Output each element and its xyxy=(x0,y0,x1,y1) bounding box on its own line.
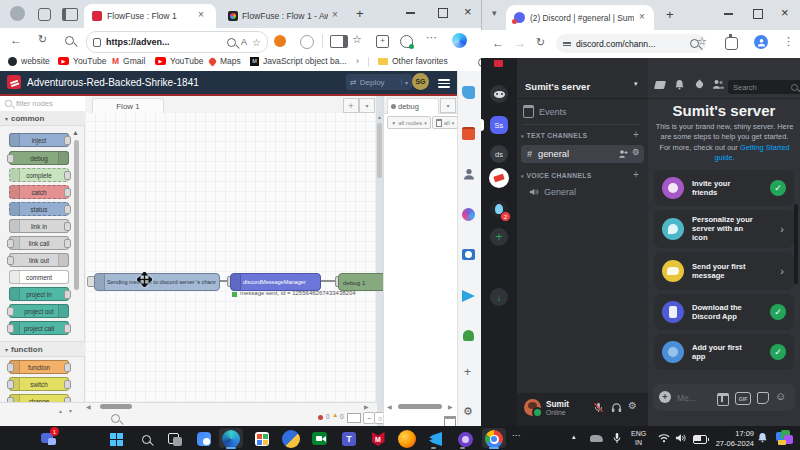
sidebar-shopping-icon[interactable] xyxy=(462,127,475,140)
navigator-icon[interactable] xyxy=(347,413,361,423)
palette-node-function[interactable]: function xyxy=(9,360,69,374)
gift-icon[interactable] xyxy=(717,393,729,406)
mic-muted-icon[interactable] xyxy=(592,401,604,413)
debug-h-scroll-right-icon[interactable]: ▶ xyxy=(448,403,453,410)
sidebar-tag-icon[interactable] xyxy=(462,86,475,99)
message-input-bar[interactable]: + Me... GIF ☺ xyxy=(653,384,795,411)
tab-search-caret-icon[interactable]: ▾ xyxy=(492,8,497,18)
download-apps-icon[interactable]: ↓ xyxy=(490,288,508,306)
sidebar-telegram-icon[interactable] xyxy=(462,290,475,302)
sidebar-outlook-icon[interactable] xyxy=(462,249,475,260)
browser-essentials-icon[interactable] xyxy=(400,35,413,48)
chrome-tab[interactable]: (2) Discord | #general | Sumit's × xyxy=(506,5,654,30)
user-avatar[interactable] xyxy=(524,399,541,416)
reload-icon[interactable]: ↻ xyxy=(38,33,47,46)
canvas-grid[interactable] xyxy=(85,113,376,402)
card-add-app[interactable]: Add your first app ✓ xyxy=(654,334,794,370)
palette-node-link-out[interactable]: link out xyxy=(9,253,69,267)
search-input[interactable]: Search xyxy=(728,80,800,94)
palette-node-complete[interactable]: complete xyxy=(9,168,69,182)
palette-node-status[interactable]: status xyxy=(9,202,69,216)
add-text-channel-icon[interactable]: + xyxy=(633,129,639,140)
favorites-overflow-icon[interactable]: › xyxy=(356,56,359,66)
palette-node-project-call[interactable]: project call xyxy=(9,321,69,335)
text-channels-header[interactable]: ▾ TEXT CHANNELS xyxy=(521,132,587,139)
new-tab-icon[interactable]: + xyxy=(666,7,674,22)
voice-channel-general[interactable]: General xyxy=(529,187,576,197)
tray-mic-icon[interactable] xyxy=(612,432,622,444)
task-view-icon[interactable] xyxy=(166,430,184,448)
voice-channels-header[interactable]: ▾ VOICE CHANNELS xyxy=(521,172,592,179)
add-server-icon[interactable]: + xyxy=(490,228,508,246)
server-icon-ds[interactable]: ds xyxy=(490,145,508,163)
reload-icon[interactable]: ↻ xyxy=(536,36,545,49)
forward-icon[interactable]: → xyxy=(514,36,526,50)
favorite-maps[interactable]: Maps xyxy=(209,56,241,66)
canvas-v-scrollbar[interactable] xyxy=(377,123,382,178)
mcafee-icon[interactable]: M xyxy=(369,430,387,448)
tab-close-icon[interactable]: × xyxy=(332,9,338,20)
server-menu-caret-icon[interactable]: ▾ xyxy=(634,80,638,88)
extension-icon[interactable] xyxy=(300,35,314,49)
gif-icon[interactable]: GIF xyxy=(735,392,751,405)
close-window-icon[interactable]: × xyxy=(781,5,789,20)
sidebar-tabs-caret-icon[interactable]: ▾ xyxy=(440,98,456,113)
github-desktop-icon[interactable] xyxy=(456,430,474,448)
palette-node-project-out[interactable]: project out xyxy=(9,304,69,318)
favorite-website[interactable]: website xyxy=(8,56,50,66)
canvas-scroll-up-icon[interactable]: ▲ xyxy=(376,112,383,121)
meet-icon[interactable] xyxy=(311,430,329,448)
inject-node[interactable]: Sending message to discord server 's cha… xyxy=(94,273,220,291)
palette-node-inject[interactable]: inject xyxy=(9,133,69,147)
widgets-icon[interactable] xyxy=(195,430,213,448)
palette-node-comment[interactable]: comment xyxy=(9,270,69,284)
canvas-search-icon[interactable] xyxy=(111,414,120,423)
edge-tab-inactive[interactable]: FlowFuse : Flow 1 - Awesom × xyxy=(222,4,348,28)
debug-tab[interactable]: debug xyxy=(387,98,439,114)
more-menu-icon[interactable]: ⋮ xyxy=(783,35,794,48)
volume-icon[interactable] xyxy=(675,433,686,443)
deploy-caret-icon[interactable]: ▾ xyxy=(401,79,408,86)
workspaces-icon[interactable] xyxy=(38,8,51,21)
deafen-icon[interactable] xyxy=(610,401,622,413)
favorite-gmail[interactable]: MGmail xyxy=(112,56,145,66)
site-settings-icon[interactable] xyxy=(563,41,571,47)
palette-node-link-call[interactable]: link call xyxy=(9,236,69,250)
flowfuse-logo[interactable] xyxy=(7,75,21,89)
minimize-icon[interactable] xyxy=(724,13,733,15)
taskbar-overflow-icon[interactable]: ⋯ xyxy=(512,431,520,440)
add-voice-channel-icon[interactable]: + xyxy=(633,169,639,180)
zoom-search-icon[interactable] xyxy=(227,38,236,47)
palette-node-catch[interactable]: catch xyxy=(9,185,69,199)
palette-node-link-in[interactable]: link in xyxy=(9,219,69,233)
card-personalize-server[interactable]: Personalize your server with an icon › xyxy=(654,210,794,248)
server-icon-red[interactable] xyxy=(489,168,509,188)
read-aloud-icon[interactable]: A xyxy=(241,37,247,47)
channel-general[interactable]: # general ⚙ xyxy=(521,145,644,163)
favorite-javascript[interactable]: MJavaScript object ba... xyxy=(250,56,347,66)
palette-category-function[interactable]: ▾ function xyxy=(0,341,94,357)
emoji-icon[interactable]: ☺ xyxy=(775,390,786,402)
threads-icon[interactable] xyxy=(654,81,666,89)
sidebar-games-icon[interactable] xyxy=(462,208,475,221)
onedrive-icon[interactable] xyxy=(590,435,603,442)
card-first-message[interactable]: Send your first message › xyxy=(654,252,794,290)
palette-node-project-in[interactable]: project in xyxy=(9,287,69,301)
discord-home-icon[interactable] xyxy=(490,85,508,103)
widget-board-icon[interactable] xyxy=(776,430,794,446)
palette-node-switch[interactable]: switch xyxy=(9,377,69,391)
debug-filter-nodes-button[interactable]: ▼all nodes▾ xyxy=(387,116,431,129)
debug-h-scrollbar[interactable] xyxy=(398,404,442,409)
debug-h-scroll-left-icon[interactable]: ◀ xyxy=(387,403,392,410)
firefox-icon[interactable] xyxy=(398,430,416,448)
flow-tab[interactable]: Flow 1 xyxy=(92,98,164,114)
palette-category-common[interactable]: ▾ common xyxy=(0,111,94,126)
weather-icon[interactable] xyxy=(282,430,300,448)
main-scrollbar[interactable] xyxy=(794,204,798,284)
clock[interactable]: 17:0927-06-2024 xyxy=(710,429,754,449)
tab-actions-icon[interactable] xyxy=(62,8,78,21)
server-header[interactable]: Sumit's server ▾ xyxy=(517,74,648,99)
palette-scroll-btn-down[interactable]: ▾ xyxy=(69,407,72,414)
teams-icon[interactable]: T xyxy=(340,430,358,448)
attach-plus-icon[interactable]: + xyxy=(659,391,671,403)
